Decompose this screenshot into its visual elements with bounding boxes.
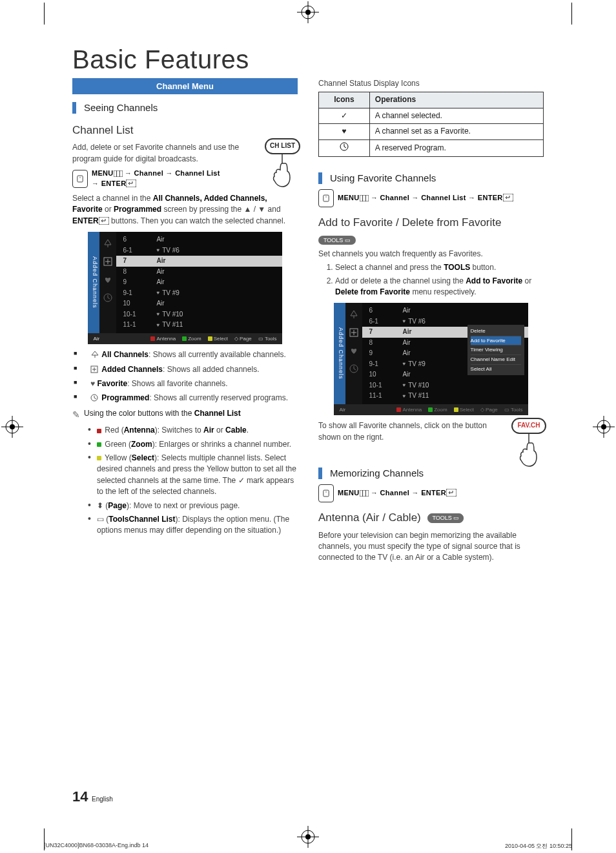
menu-path: MENU → Channel → Channel List → ENTER (318, 189, 544, 207)
svg-point-3 (305, 10, 311, 15)
vertical-label-added-channels: Added Channels (88, 232, 99, 333)
menu-icon (360, 489, 369, 497)
green-button-icon (428, 407, 433, 412)
step-1: Select a channel and press the TOOLS but… (335, 262, 544, 273)
heart-icon: ♥ (319, 124, 370, 139)
list-item: Added Channels: Shows all added channels… (72, 364, 298, 375)
heading-seeing-channels: Seeing Channels (72, 101, 298, 115)
svg-point-17 (79, 177, 80, 178)
remote-menu-icon (318, 189, 334, 207)
page-number: 14 English (72, 788, 113, 805)
channel-row: 6Air (362, 305, 528, 316)
channel-list-figure-with-menu: Added Channels 6Air6-1♥ TV #67Air8Air9Ai… (334, 303, 528, 415)
list-item: ▭ (ToolsChannel List): Displays the opti… (87, 514, 298, 537)
channel-row: 10Air (116, 298, 282, 309)
svg-rect-35 (360, 195, 369, 201)
channel-list-footer: Air Antenna Zoom Select ◇ Page ▭ Tools (334, 404, 528, 416)
enter-icon (503, 194, 513, 201)
menu-path: MENU → Channel → ENTER (318, 484, 544, 502)
p-channel-list-intro: Add, delete or set Favorite channels and… (72, 142, 298, 165)
yellow-button-icon (454, 407, 458, 412)
registration-mark-icon (593, 416, 615, 438)
list-item: ♥ Favorite: Shows all favorite channels. (72, 378, 298, 389)
list-item: ⬍ (Page): Move to next or previous page. (87, 500, 298, 511)
heading-memorizing: Memorizing Channels (318, 466, 544, 480)
crop-mark (44, 3, 45, 25)
table-row: A reserved Program. (319, 139, 544, 156)
antenna-icon (103, 238, 113, 249)
svg-point-45 (325, 491, 326, 492)
hand-icon (511, 434, 546, 470)
vertical-label-added-channels: Added Channels (334, 303, 345, 404)
context-menu-item[interactable]: Timer Viewing (471, 345, 521, 355)
remote-menu-icon (318, 484, 334, 502)
channel-row: 10-1♥ TV #10 (116, 309, 282, 320)
red-button-icon (150, 336, 155, 341)
enter-icon (99, 216, 109, 225)
list-item: Yellow (Select): Selects multiple channe… (87, 453, 298, 498)
clock-icon (349, 364, 359, 374)
enter-icon (126, 180, 136, 187)
list-item: All Channels: Shows all currently availa… (72, 349, 298, 360)
check-icon: ✓ (319, 108, 370, 123)
channel-row: 9-1♥ TV #9 (116, 288, 282, 299)
svg-rect-44 (323, 490, 329, 497)
list-item: Programmed: Shows all currently reserved… (72, 393, 298, 404)
channel-row: 9Air (116, 277, 282, 288)
heading-using-favorite: Using Favorite Channels (318, 171, 544, 185)
svg-point-11 (10, 424, 15, 429)
heading-add-to-favorite: Add to Favorite / Delete from Favorite (318, 215, 544, 231)
context-menu-item[interactable]: Delete (471, 327, 521, 336)
channel-list-footer: Air Antenna Zoom Select ◇ Page ▭ Tools (88, 333, 282, 345)
p-select-channel: Select a channel in the All Channels, Ad… (72, 193, 298, 227)
heading-antenna: Antenna (Air / Cable) TOOLS ▭ (318, 510, 544, 526)
note-color-buttons: ✎ Using the color buttons with the Chann… (72, 408, 298, 421)
table-row: ✓A channel selected. (319, 108, 544, 123)
yellow-button-icon (208, 336, 212, 341)
antenna-icon (349, 309, 359, 320)
context-menu-item[interactable]: Channel Name Edit (471, 355, 521, 365)
icons-table: IconsOperations ✓A channel selected.♥A c… (318, 92, 544, 157)
list-item: Red (Antenna): Switches to Air or Cable. (87, 425, 298, 436)
p-show-favorites: To show all Favorite channels, click on … (318, 420, 544, 443)
page-title: Basic Features (72, 45, 544, 74)
channel-list-figure: Added Channels 6Air6-1♥ TV #67Air8Air9Ai… (88, 232, 282, 344)
context-menu: DeleteAdd to FavoriteTimer ViewingChanne… (467, 325, 524, 375)
channel-row: 11-1♥ TV #11 (362, 391, 528, 402)
context-menu-item[interactable]: Add to Favorite (471, 336, 521, 346)
svg-rect-33 (323, 195, 329, 201)
added-icon (349, 327, 359, 338)
registration-mark-icon (297, 1, 319, 23)
color-buttons-list: Red (Antenna): Switches to Air or Cable.… (87, 425, 298, 537)
clock-icon (319, 139, 370, 156)
step-2: Add or delete a the channel using the Ad… (335, 276, 544, 298)
clock-icon (103, 293, 113, 303)
tools-badge: TOOLS ▭ (427, 513, 464, 523)
svg-rect-46 (360, 490, 369, 497)
ch-list-button[interactable]: CH LIST (265, 138, 300, 154)
channel-rows: 6Air6-1♥ TV #67Air8Air9Air9-1♥ TV #910Ai… (116, 232, 282, 333)
note-icon: ✎ (72, 408, 80, 421)
fav-ch-button[interactable]: FAV.CH (511, 418, 546, 434)
content-area: Basic Features Channel Menu Seeing Chann… (72, 45, 544, 821)
category-icons-column (99, 232, 116, 333)
menu-icon (114, 169, 123, 177)
category-icons-column (345, 303, 362, 404)
section-header-channel-menu: Channel Menu (72, 78, 298, 94)
hand-icon (265, 154, 300, 190)
green-button-icon (182, 336, 187, 341)
channel-views-list: All Channels: Shows all currently availa… (72, 349, 298, 404)
updown-arrows-icon: ⬍ (97, 501, 103, 510)
channel-row: 6-1♥ TV #6 (116, 245, 282, 256)
heart-icon (103, 274, 113, 285)
added-icon (103, 256, 113, 267)
print-footer: [UN32C4000]BN68-03038A-Eng.indb 14 2010-… (44, 842, 572, 850)
heading-channel-list: Channel List (72, 123, 298, 139)
svg-point-15 (601, 424, 606, 429)
right-column: Channel Status Display Icons IconsOperat… (318, 78, 544, 566)
table-row: ♥A channel set as a Favorite. (319, 124, 544, 139)
list-item: Green (Zoom): Enlarges or shrinks a chan… (87, 439, 298, 450)
enter-icon (446, 489, 457, 497)
svg-rect-18 (114, 170, 123, 177)
context-menu-item[interactable]: Select All (471, 365, 521, 374)
